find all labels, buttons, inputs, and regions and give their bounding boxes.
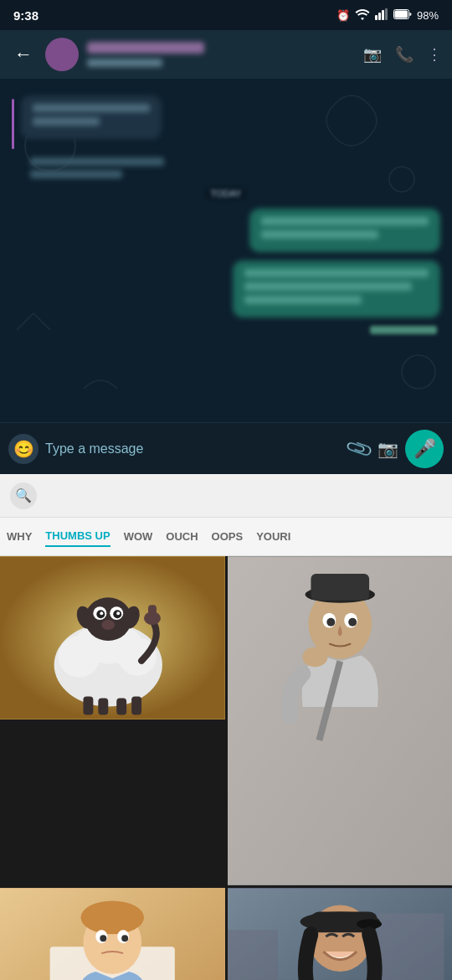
blur-line — [244, 296, 362, 304]
svg-rect-5 — [394, 10, 408, 18]
svg-point-41 — [326, 618, 335, 627]
time-label: TODAY — [204, 187, 249, 200]
gif-grid: Front Cambo — [0, 556, 452, 980]
blur-line — [261, 217, 429, 225]
video-call-icon[interactable]: 📷 — [363, 45, 382, 64]
svg-point-49 — [100, 935, 106, 941]
voice-call-icon[interactable]: 📞 — [395, 45, 413, 64]
blur-line — [33, 104, 150, 112]
emoji-button[interactable]: 😊 — [8, 434, 39, 464]
svg-rect-30 — [131, 697, 141, 715]
input-bar: 😊 📎 📷 🎤 — [0, 422, 452, 474]
tab-ouch[interactable]: OUCH — [166, 527, 198, 546]
category-tabs: WHY THUMBS UP WOW OUCH OOPS YOURI — [0, 518, 452, 556]
svg-rect-57 — [228, 930, 278, 980]
message-input[interactable] — [45, 431, 342, 467]
bubble-right-content-2 — [233, 260, 440, 317]
svg-point-8 — [402, 355, 435, 389]
tab-oops[interactable]: OOPS — [212, 527, 244, 546]
mic-button[interactable]: 🎤 — [405, 430, 444, 468]
svg-point-23 — [116, 611, 120, 615]
svg-rect-28 — [98, 699, 108, 715]
signal-icon — [375, 8, 388, 23]
svg-rect-0 — [375, 15, 378, 20]
back-button[interactable]: ← — [10, 44, 37, 65]
gif-item-2[interactable] — [228, 556, 453, 885]
app-bar-actions: 📷 📞 ⋮ — [363, 45, 442, 64]
status-icons: ⏰ 98% — [336, 8, 439, 23]
svg-rect-27 — [83, 697, 93, 715]
emoji-icon: 😊 — [13, 439, 34, 459]
search-icon: 🔍 — [15, 487, 32, 503]
tab-why[interactable]: WHY — [7, 527, 32, 546]
alarm-icon: ⏰ — [336, 9, 350, 22]
status-bar: 9:38 ⏰ 98% — [0, 0, 452, 30]
chat-area: TODAY — [0, 79, 452, 422]
search-button[interactable]: 🔍 — [10, 482, 37, 509]
contact-name — [87, 42, 204, 54]
contact-info — [87, 42, 355, 67]
contact-avatar — [45, 38, 79, 71]
camera-button[interactable]: 📷 — [378, 439, 398, 459]
svg-rect-37 — [311, 574, 369, 601]
tab-youri[interactable]: YOURI — [256, 527, 290, 546]
more-icon[interactable]: ⋮ — [427, 45, 442, 64]
gif-item-1[interactable] — [0, 556, 225, 720]
blur-line — [261, 230, 378, 239]
svg-rect-3 — [385, 8, 388, 20]
svg-rect-32 — [148, 605, 157, 622]
svg-rect-2 — [382, 10, 384, 20]
battery-icon — [393, 9, 412, 22]
svg-point-42 — [348, 618, 357, 627]
blur-line — [244, 269, 429, 277]
svg-point-22 — [100, 611, 103, 615]
svg-point-7 — [389, 167, 414, 192]
app-bar: ← 📷 📞 ⋮ — [0, 30, 452, 79]
svg-point-24 — [101, 620, 115, 630]
svg-rect-29 — [116, 699, 126, 715]
gif-item-3[interactable]: Front Cambo — [0, 888, 225, 980]
blur-line — [244, 282, 412, 291]
bubble-right-content — [249, 209, 440, 252]
bubble-content — [21, 95, 162, 139]
contact-status — [87, 59, 162, 67]
svg-point-46 — [80, 900, 144, 934]
tab-thumbs-up[interactable]: THUMBS UP — [45, 526, 110, 547]
battery-percent: 98% — [417, 9, 439, 22]
svg-point-50 — [121, 935, 128, 941]
svg-rect-56 — [378, 913, 444, 980]
attach-button[interactable]: 📎 — [344, 433, 374, 463]
blur-line — [33, 117, 100, 126]
svg-point-38 — [302, 647, 327, 667]
mic-icon: 🎤 — [413, 438, 436, 460]
wifi-icon — [355, 8, 370, 23]
status-time: 9:38 — [13, 8, 39, 23]
svg-rect-1 — [378, 13, 381, 20]
gif-search-bar: 🔍 — [0, 474, 452, 518]
gif-item-4[interactable] — [228, 888, 453, 980]
tab-wow[interactable]: WOW — [124, 527, 153, 546]
